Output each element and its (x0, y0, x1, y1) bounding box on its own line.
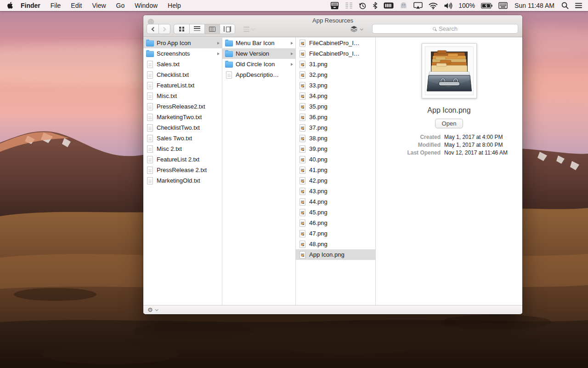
column-view-button[interactable] (204, 24, 220, 34)
file-row-old-circle-icon[interactable]: Old Circle Icon (222, 59, 295, 69)
back-button[interactable] (147, 24, 158, 34)
file-row-checklisttwo-txt[interactable]: ChecklistTwo.txt (143, 122, 222, 133)
file-row-pro-app-icon[interactable]: Pro App Icon (143, 38, 222, 48)
file-row-46-png[interactable]: 46.png (296, 218, 375, 228)
folder-icon (146, 51, 154, 57)
disclosure-arrow-icon (217, 52, 220, 55)
list-view-button[interactable] (189, 24, 204, 34)
file-row-48-png[interactable]: 48.png (296, 239, 375, 249)
keyboard-input-icon[interactable] (498, 2, 508, 9)
file-row-misc-2-txt[interactable]: Misc 2.txt (143, 144, 222, 154)
textfile-icon (147, 156, 153, 163)
window-titlebar[interactable]: App Resources Search (143, 15, 522, 37)
apple-menu[interactable] (6, 2, 13, 9)
file-row-app-icon-png[interactable]: App Icon.png (296, 249, 375, 260)
spotlight-icon[interactable] (561, 2, 569, 9)
imagefile-icon (300, 50, 305, 58)
ghost-icon[interactable] (400, 2, 407, 9)
wifi-icon[interactable] (429, 2, 438, 9)
file-name: 42.png (309, 177, 328, 184)
file-row-37-png[interactable]: 37.png (296, 122, 375, 133)
file-row-35-png[interactable]: 35.png (296, 101, 375, 112)
file-row-32-png[interactable]: 32.png (296, 69, 375, 80)
volume-icon[interactable] (444, 2, 452, 9)
imagefile-icon (300, 135, 305, 142)
file-name: FeatureList 2.txt (157, 156, 199, 163)
list-view-icon (194, 26, 200, 32)
file-name: 36.png (309, 114, 328, 121)
levels-icon[interactable] (345, 2, 353, 9)
file-row-41-png[interactable]: 41.png (296, 165, 375, 175)
menu-bar: FinderFileEditViewGoWindowHelp 100% (0, 0, 588, 11)
file-row-new-version[interactable]: New Version (222, 48, 295, 59)
menu-finder[interactable]: Finder (16, 2, 45, 9)
open-button[interactable]: Open (435, 119, 463, 128)
file-row-34-png[interactable]: 34.png (296, 91, 375, 101)
file-row-44-png[interactable]: 44.png (296, 196, 375, 207)
menu-view[interactable]: View (87, 2, 111, 9)
action-gear-button[interactable]: ⚙ (147, 307, 158, 313)
app-icon-preview-image[interactable] (422, 43, 477, 98)
menu-window[interactable]: Window (130, 2, 163, 9)
file-row-screenshots[interactable]: Screenshots (143, 48, 222, 59)
column-browser: Pro App IconScreenshotsSales.txtChecklis… (143, 37, 522, 305)
textfile-icon (147, 177, 153, 184)
file-row-marketingtwo-txt[interactable]: MarketingTwo.txt (143, 112, 222, 122)
file-row-31-png[interactable]: 31.png (296, 59, 375, 69)
imagefile-icon (300, 209, 305, 216)
apple-icon (6, 2, 13, 9)
time-machine-icon[interactable] (359, 2, 367, 10)
file-row-pressrelease2-txt[interactable]: PressRelease2.txt (143, 101, 222, 112)
file-row-39-png[interactable]: 39.png (296, 144, 375, 154)
menu-go[interactable]: Go (111, 2, 130, 9)
imagefile-icon (300, 219, 305, 227)
textfile-icon (147, 71, 153, 79)
imagefile-icon (300, 167, 305, 174)
imagefile-icon (300, 177, 305, 184)
file-row-36-png[interactable]: 36.png (296, 112, 375, 122)
file-row-sales-two-txt[interactable]: Sales Two.txt (143, 133, 222, 144)
file-row-filecabinetpro-i[interactable]: FileCabinetPro_I… (296, 38, 375, 48)
search-input[interactable]: Search (372, 24, 518, 34)
finder-window: App Resources Search Pro Ap (143, 15, 522, 314)
file-row-40-png[interactable]: 40.png (296, 154, 375, 165)
file-row-42-png[interactable]: 42.png (296, 175, 375, 186)
forward-button[interactable] (158, 24, 170, 34)
file-row-featurelist-2-txt[interactable]: FeatureList 2.txt (143, 154, 222, 165)
battery-widget-icon[interactable] (384, 2, 394, 9)
file-row-featurelist-txt[interactable]: FeatureList.txt (143, 80, 222, 91)
menu-edit[interactable]: Edit (66, 2, 87, 9)
file-row-filecabinetpro-i[interactable]: FileCabinetPro_I… (296, 48, 375, 59)
menu-help[interactable]: Help (163, 2, 186, 9)
file-row-misc-txt[interactable]: Misc.txt (143, 91, 222, 101)
bluetooth-icon[interactable] (373, 2, 378, 9)
battery-charging-icon[interactable] (481, 3, 492, 9)
imagefile-icon (300, 145, 305, 153)
disclosure-arrow-icon (217, 42, 220, 45)
meta-label: Modified (390, 142, 444, 148)
file-row-47-png[interactable]: 47.png (296, 228, 375, 239)
view-mode-control (174, 24, 235, 34)
file-row-marketingold-txt[interactable]: MarketingOld.txt (143, 175, 222, 186)
textfile-icon (147, 167, 153, 174)
file-row-menu-bar-icon[interactable]: Menu Bar Icon (222, 38, 295, 48)
quick-actions-button[interactable] (347, 24, 365, 34)
file-row-sales-txt[interactable]: Sales.txt (143, 59, 222, 69)
file-row-33-png[interactable]: 33.png (296, 80, 375, 91)
menu-bar-clock[interactable]: Sun 11:48 AM (514, 2, 554, 9)
file-name: 32.png (309, 71, 328, 78)
file-row-45-png[interactable]: 45.png (296, 207, 375, 218)
notification-center-icon[interactable] (575, 2, 582, 9)
file-row-checklist-txt[interactable]: Checklist.txt (143, 69, 222, 80)
airplay-display-icon[interactable] (413, 2, 423, 9)
folder-icon (225, 40, 233, 46)
file-row-pressrelease-2-txt[interactable]: PressRelease 2.txt (143, 165, 222, 175)
imagefile-icon (300, 198, 305, 206)
icon-view-button[interactable] (174, 24, 189, 34)
file-row-43-png[interactable]: 43.png (296, 186, 375, 196)
coverflow-view-button[interactable] (220, 24, 235, 34)
menu-file[interactable]: File (45, 2, 66, 9)
file-cabinet-menu-icon[interactable] (330, 2, 339, 10)
file-row-appdescriptio[interactable]: AppDescriptio… (222, 69, 295, 80)
file-row-38-png[interactable]: 38.png (296, 133, 375, 144)
